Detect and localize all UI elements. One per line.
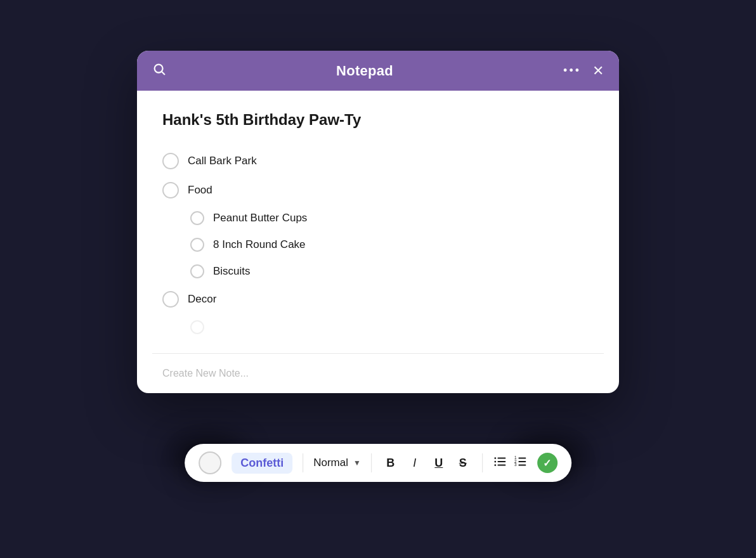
format-buttons: B I U S xyxy=(382,454,472,472)
list-item: Biscuits xyxy=(162,258,594,285)
note-title: Hank's 5th Birthday Paw-Ty xyxy=(162,111,594,129)
item-text-5: Biscuits xyxy=(213,265,251,278)
checkbox-2[interactable] xyxy=(162,182,179,198)
item-text-2: Food xyxy=(188,184,212,197)
checkbox-4[interactable] xyxy=(190,238,204,252)
search-icon[interactable] xyxy=(152,62,166,79)
done-button[interactable] xyxy=(537,453,557,473)
chevron-down-icon: ▼ xyxy=(353,458,361,467)
svg-point-5 xyxy=(494,457,496,459)
formatting-toolbar: Confetti Normal ▼ B I U S xyxy=(185,444,571,482)
more-options-icon[interactable]: ••• xyxy=(563,64,581,77)
item-text-3: Peanut Butter Cups xyxy=(213,212,307,224)
item-text-4: 8 Inch Round Cake xyxy=(213,238,306,251)
header-title: Notepad xyxy=(336,63,393,79)
list-item: Call Bark Park xyxy=(162,146,594,176)
svg-point-7 xyxy=(494,464,496,466)
strikethrough-button[interactable]: S xyxy=(454,454,472,472)
checkbox-6[interactable] xyxy=(162,291,179,308)
style-select-value: Normal xyxy=(313,457,348,469)
toolbar-separator-1 xyxy=(303,453,303,472)
toolbar-separator-3 xyxy=(482,453,483,472)
header-right: ••• ✕ xyxy=(563,63,604,79)
checkbox-7[interactable] xyxy=(190,320,204,334)
header-left xyxy=(152,62,166,79)
list-item: Peanut Butter Cups xyxy=(162,205,594,231)
checklist: Call Bark Park Food Peanut Butter Cups 8… xyxy=(162,146,594,341)
notepad-footer[interactable]: Create New Note... xyxy=(137,354,619,393)
bullet-list-icon[interactable] xyxy=(493,455,507,472)
item-text-6: Decor xyxy=(188,293,216,306)
new-note-input[interactable]: Create New Note... xyxy=(162,368,249,379)
notepad-header: Notepad ••• ✕ xyxy=(137,51,619,91)
item-text-1: Call Bark Park xyxy=(188,155,257,167)
underline-button[interactable]: U xyxy=(430,454,448,472)
checkbox-1[interactable] xyxy=(162,153,179,169)
svg-line-1 xyxy=(162,72,164,74)
list-item: Food xyxy=(162,176,594,205)
list-item: Decor xyxy=(162,285,594,314)
checkbox-3[interactable] xyxy=(190,211,204,225)
bold-button[interactable]: B xyxy=(382,454,400,472)
style-select[interactable]: Normal ▼ xyxy=(313,457,361,469)
notepad-window: Notepad ••• ✕ Hank's 5th Birthday Paw-Ty… xyxy=(137,51,619,393)
notepad-content: Hank's 5th Birthday Paw-Ty Call Bark Par… xyxy=(137,91,619,353)
close-icon[interactable]: ✕ xyxy=(592,63,604,79)
italic-button[interactable]: I xyxy=(406,454,424,472)
toolbar-item-label[interactable]: Confetti xyxy=(231,453,292,474)
list-item xyxy=(162,314,594,341)
list-buttons: 1 2 3 xyxy=(493,455,527,472)
numbered-list-icon[interactable]: 1 2 3 xyxy=(513,455,527,472)
toolbar-separator-2 xyxy=(371,453,372,472)
svg-point-6 xyxy=(494,460,496,462)
list-item: 8 Inch Round Cake xyxy=(162,231,594,258)
checkbox-5[interactable] xyxy=(190,264,204,278)
svg-text:3: 3 xyxy=(514,462,517,467)
toolbar-checkbox[interactable] xyxy=(199,451,221,474)
